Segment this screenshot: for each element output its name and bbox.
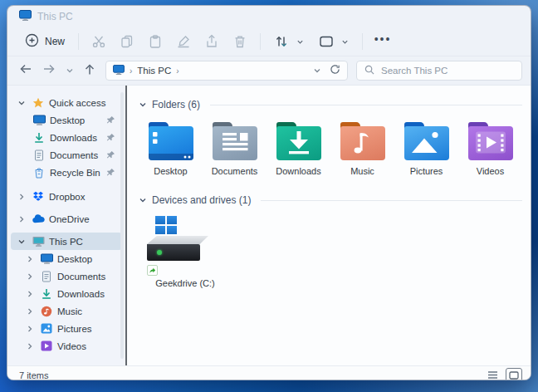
dropbox-icon [32, 190, 45, 203]
folder-downloads[interactable]: Downloads [267, 119, 330, 181]
chevron-down-icon[interactable] [139, 193, 147, 208]
section-title: Folders (6) [152, 99, 200, 110]
chevron-right-icon[interactable] [24, 272, 36, 281]
cut-button[interactable] [85, 31, 113, 52]
this-pc-icon [19, 9, 32, 24]
back-button[interactable] [19, 63, 32, 78]
sidebar-item-dropbox[interactable]: Dropbox [11, 188, 122, 205]
sidebar-item-label: This PC [49, 237, 83, 247]
devices-section-header[interactable]: Devices and drives (1) [139, 193, 522, 208]
view-icon [319, 35, 334, 48]
document-icon [32, 149, 46, 162]
toolbar-separator [362, 33, 363, 50]
navigation-buttons [19, 63, 95, 79]
large-icons-view-icon [509, 371, 519, 380]
this-pc-icon [113, 63, 125, 78]
music-icon [40, 305, 53, 318]
chevron-right-icon[interactable] [24, 255, 36, 263]
folders-grid: Desktop Documents Do [139, 119, 522, 181]
folder-label: Downloads [276, 166, 320, 176]
sidebar-item-label: Documents [50, 150, 98, 160]
folder-videos[interactable]: Videos [458, 119, 522, 181]
ellipsis-icon: ••• [374, 35, 392, 48]
sidebar-item-desktop-pinned[interactable]: Desktop [11, 111, 122, 129]
chevron-right-icon[interactable] [24, 325, 36, 333]
sidebar-item-label: Dropbox [49, 192, 85, 202]
chevron-right-icon[interactable] [24, 307, 36, 316]
chevron-down-icon [341, 38, 349, 46]
sidebar-item-pictures[interactable]: Pictures [11, 320, 122, 337]
sidebar-item-this-pc[interactable]: This PC [11, 233, 122, 250]
share-button[interactable] [198, 31, 226, 52]
chevron-right-icon[interactable] [24, 342, 36, 350]
star-icon [32, 96, 45, 110]
large-icons-view-button[interactable] [506, 368, 522, 381]
desktop-folder-icon [148, 122, 194, 162]
sidebar-item-documents-pinned[interactable]: Documents [11, 146, 122, 164]
view-button[interactable] [311, 32, 356, 51]
sidebar-item-documents[interactable]: Documents [11, 267, 122, 285]
search-placeholder: Search This PC [381, 66, 448, 76]
address-dropdown-chevron[interactable] [313, 63, 321, 78]
sort-button[interactable] [267, 31, 311, 52]
onedrive-icon [32, 213, 45, 226]
folders-section-header[interactable]: Folders (6) [139, 97, 522, 112]
up-button[interactable] [84, 63, 95, 79]
sidebar-item-onedrive[interactable]: OneDrive [11, 210, 122, 228]
navigation-pane: Quick access Desktop Downloads Documents [7, 86, 125, 365]
chevron-right-icon[interactable] [16, 215, 27, 223]
recent-locations-chevron[interactable] [66, 63, 74, 78]
details-view-button[interactable] [484, 368, 501, 381]
sidebar-item-label: Quick access [49, 98, 105, 108]
sidebar-item-label: Desktop [57, 254, 92, 264]
desktop-icon [40, 252, 53, 266]
music-folder-icon [340, 122, 386, 162]
delete-button[interactable] [226, 31, 254, 52]
chevron-right-icon[interactable] [24, 290, 36, 298]
title-bar[interactable]: This PC [7, 6, 531, 27]
file-explorer-window: This PC New [7, 5, 531, 380]
pin-icon [105, 150, 115, 160]
toolbar-separator [260, 33, 261, 50]
copy-button[interactable] [113, 31, 141, 52]
sort-icon [274, 34, 289, 49]
sidebar-item-downloads[interactable]: Downloads [11, 285, 122, 302]
sidebar-item-label: Documents [57, 272, 105, 282]
chevron-down-icon[interactable] [16, 238, 27, 246]
folder-desktop[interactable]: Desktop [139, 119, 203, 181]
folder-documents[interactable]: Documents [203, 119, 267, 181]
pin-icon [105, 133, 115, 143]
sidebar-item-videos[interactable]: Videos [11, 337, 122, 355]
sidebar-item-downloads-pinned[interactable]: Downloads [11, 129, 122, 146]
hard-drive-icon [147, 244, 200, 261]
new-button[interactable]: New [17, 30, 72, 54]
folder-pictures[interactable]: Pictures [394, 119, 458, 181]
chevron-down-icon[interactable] [16, 99, 27, 107]
paste-button[interactable] [141, 31, 169, 52]
chevron-down-icon[interactable] [139, 97, 147, 112]
search-icon [364, 63, 374, 78]
download-icon [40, 287, 53, 301]
sidebar-item-music[interactable]: Music [11, 302, 122, 320]
breadcrumb[interactable]: › This PC › [105, 61, 348, 81]
pictures-folder-icon [404, 122, 450, 162]
shortcut-arrow-badge [147, 265, 158, 276]
paste-icon [148, 34, 163, 49]
sidebar-item-quick-access[interactable]: Quick access [11, 94, 122, 111]
more-options-button[interactable]: ••• [369, 32, 397, 51]
chevron-right-icon[interactable] [16, 193, 27, 201]
chevron-right-icon[interactable]: › [176, 66, 179, 76]
drive-geekdrive-c[interactable]: Geekdrive (C:) [144, 214, 227, 292]
command-bar: New [7, 27, 531, 56]
downloads-folder-icon [276, 122, 322, 162]
pin-icon [105, 168, 115, 178]
search-input[interactable]: Search This PC [356, 61, 522, 81]
rename-button[interactable] [169, 31, 198, 52]
sidebar-item-recycle-bin[interactable]: Recycle Bin [11, 164, 122, 181]
sidebar-item-label: Music [57, 306, 82, 316]
sidebar-item-desktop[interactable]: Desktop [11, 250, 122, 267]
forward-button[interactable] [42, 63, 56, 78]
breadcrumb-this-pc[interactable]: This PC [137, 66, 171, 76]
refresh-icon[interactable] [330, 63, 340, 78]
folder-music[interactable]: Music [330, 119, 394, 181]
